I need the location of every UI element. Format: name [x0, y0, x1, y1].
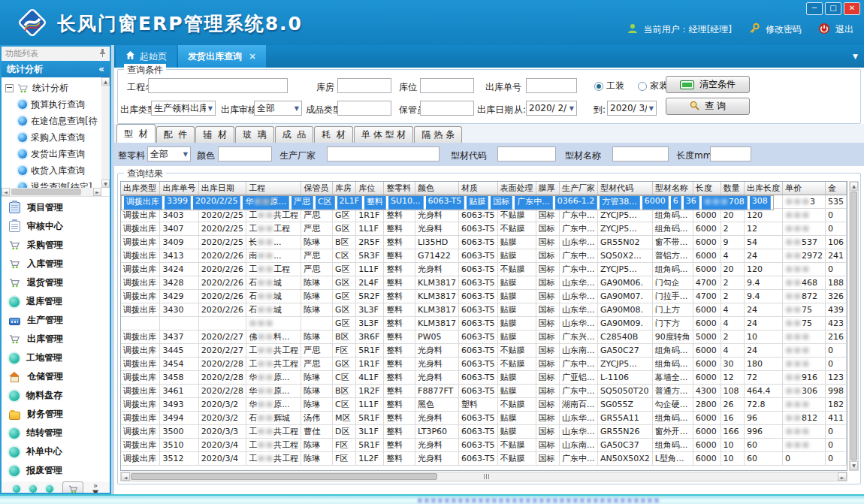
table-row[interactable]: 调拨出库34132020/2/26南〓〓...严思C区5R3F整料G714226…	[121, 249, 847, 263]
tree-item[interactable]: 预算执行查询	[5, 96, 99, 113]
location-input[interactable]	[420, 78, 474, 93]
table-row[interactable]: 调拨出库34942020/3/2石〓〓辉城汤伟M区5R1F整料光身料6063-T…	[121, 412, 847, 425]
column-header[interactable]: 工程	[246, 182, 301, 195]
scroll-up-icon[interactable]: ▲	[850, 182, 858, 191]
scrollbar-thumb[interactable]	[11, 189, 81, 195]
column-header[interactable]: 出库长度	[744, 182, 782, 195]
scroll-down-icon[interactable]: ▼	[101, 180, 110, 188]
sidebar-item-仓储管理[interactable]: 仓储管理	[2, 367, 110, 386]
scroll-down-icon[interactable]: ▼	[850, 461, 858, 470]
tab-发货出库查询[interactable]: 发货出库查询 ×	[178, 45, 266, 68]
column-header[interactable]: 出库单号	[160, 182, 198, 195]
table-row[interactable]: 调拨出库34242020/2/26工〓〓工程严思G区1L1F整料光身料6063-…	[121, 263, 847, 276]
tree-item[interactable]: 收货入库查询	[5, 162, 99, 179]
table-row[interactable]: 调拨出库34092020/2/25长〓〓...陈琳B区2R5F整料LI35HD6…	[121, 236, 847, 249]
profile-name-input[interactable]	[612, 146, 669, 161]
material-tab[interactable]: 配 件	[156, 126, 195, 143]
column-header[interactable]: 保管员	[301, 182, 333, 195]
column-header[interactable]: 型材代码	[598, 182, 653, 195]
pin-icon[interactable]	[99, 49, 106, 59]
clear-conditions-button[interactable]: 清空条件	[666, 76, 750, 93]
sidebar-item-退货管理[interactable]: 退货管理	[2, 273, 110, 292]
footer-dot-icon[interactable]	[46, 485, 53, 493]
column-header[interactable]: 膜厚	[536, 182, 559, 195]
tree-item[interactable]: 在途信息查询[待	[5, 113, 99, 129]
radio-jiazhuang[interactable]: 家装	[638, 80, 668, 92]
sidebar-item-物料盘存[interactable]: 物料盘存	[2, 386, 110, 405]
column-header[interactable]: 生产厂家	[560, 182, 598, 195]
scroll-up-icon[interactable]: ▲	[101, 77, 110, 86]
table-row[interactable]: 调拨出库34452020/2/27工〓〓共工程严思F区5R1F整料光身料6063…	[121, 344, 847, 358]
close-tab-icon[interactable]: ×	[249, 51, 256, 62]
sidebar-item-入库管理[interactable]: 入库管理	[2, 255, 110, 273]
grid-horizontal-scrollbar[interactable]: ◄ ►	[120, 472, 847, 481]
minimize-button[interactable]: ─	[806, 2, 823, 15]
date-to-select[interactable]: 2020/ 3/16▼	[607, 101, 657, 116]
maximize-button[interactable]: □	[825, 2, 841, 15]
table-row[interactable]: 调拨出库34072020/2/25工〓〓工程严思G区1L1F整料光身料6063-…	[121, 222, 847, 236]
scroll-left-icon[interactable]: ◄	[2, 188, 10, 196]
column-header[interactable]: 数量	[721, 182, 744, 195]
collapse-icon[interactable]: «	[98, 64, 104, 74]
length-input[interactable]	[710, 146, 751, 161]
footer-dot-icon[interactable]	[13, 485, 20, 493]
scroll-left-icon[interactable]: ◄	[121, 472, 130, 481]
whole-piece-select[interactable]: 全部▼	[147, 146, 191, 161]
sidebar-item-补单中心[interactable]: 补单中心	[2, 442, 110, 461]
outbound-no-input[interactable]	[526, 78, 577, 93]
radio-gongzhuang[interactable]: 工装	[594, 80, 624, 92]
sidebar-item-采购管理[interactable]: 采购管理	[2, 236, 110, 255]
column-header[interactable]: 长度	[693, 182, 721, 195]
profile-code-input[interactable]	[497, 146, 556, 161]
tree-root-statistics[interactable]: 统计分析	[5, 80, 99, 96]
sidebar-item-项目管理[interactable]: 项目管理	[2, 198, 110, 217]
column-header[interactable]: 材质	[458, 182, 497, 195]
scrollbar-thumb[interactable]	[131, 473, 437, 480]
material-tab[interactable]: 成 品	[275, 126, 314, 143]
table-row[interactable]: 调拨出库35122020/3/4工〓〓共工程陈琳F区1L2F整料光身料6063-…	[121, 452, 847, 466]
color-input[interactable]	[218, 146, 272, 161]
project-name-input[interactable]	[148, 78, 288, 93]
material-tab[interactable]: 隔 热 条	[414, 126, 462, 143]
table-row[interactable]: 调拨出库34542020/2/28工〓〓共工程严思G区1R1F整料光身料6063…	[121, 358, 847, 371]
table-row[interactable]: 调拨出库35102020/3/4工〓〓共工程陈琳F区5R1F整料光身料6063-…	[121, 439, 847, 452]
outbound-audit-select[interactable]: 全部▼	[254, 101, 302, 116]
change-password-link[interactable]: 修改密码	[766, 23, 802, 36]
scroll-right-icon[interactable]: ►	[93, 188, 101, 196]
column-header[interactable]: 出库日期	[198, 182, 246, 195]
column-header[interactable]: 库房	[333, 182, 356, 195]
table-row[interactable]: 调拨出库33992020/2/25华〓〓原...严思C区2L1F整料SU10..…	[121, 195, 774, 210]
tree-expand-icon[interactable]	[5, 84, 14, 92]
footer-dot-icon[interactable]	[29, 485, 37, 493]
warehouse-input[interactable]	[337, 78, 391, 93]
table-row[interactable]: 调拨出库34582020/2/28华〓〓原...陈琳C区4L1F整料光身料606…	[121, 371, 847, 385]
table-row[interactable]: 调拨出库34032020/2/25工〓〓共工程严思G区1R1F整料光身料6063…	[121, 209, 847, 222]
column-header[interactable]: 表面处理	[497, 182, 536, 195]
tab-list-caret-icon[interactable]: ▼	[853, 53, 858, 60]
column-header[interactable]: 整零料	[384, 182, 415, 195]
date-from-select[interactable]: 2020/ 2/16▼	[526, 101, 577, 116]
material-tab[interactable]: 辅 材	[195, 126, 234, 143]
tree-item[interactable]: 发货出库查询	[5, 146, 99, 162]
sidebar-item-结转管理[interactable]: 结转管理	[2, 424, 110, 442]
keeper-input[interactable]	[420, 101, 474, 116]
sidebar-item-生产管理[interactable]: 生产管理	[2, 311, 110, 330]
tree-horizontal-scrollbar[interactable]: ◄ ►	[2, 188, 101, 196]
footer-more-button[interactable]: »▼	[92, 482, 98, 494]
column-header[interactable]: 出库类型	[121, 182, 160, 195]
table-row[interactable]: 调拨出库35002020/3/3工〓〓共工程曹佳D区3L1F整料LT3P6060…	[121, 425, 847, 439]
grid-vertical-scrollbar[interactable]: ▲ ▼	[849, 181, 859, 471]
product-type-input[interactable]	[337, 101, 391, 116]
column-header[interactable]: 库位	[356, 182, 384, 195]
sidebar-item-退库管理[interactable]: 退库管理	[2, 292, 110, 311]
search-button[interactable]: 查 询	[666, 98, 750, 115]
table-row[interactable]: 调拨出库34932020/3/2华〓〓原...陈琳C区1L1F整料黑色塑料不贴膜…	[121, 398, 847, 412]
table-row[interactable]: 调拨出库34372020/2/27佛〓〓料...陈琳B区3R6F整料PW0560…	[121, 330, 847, 344]
table-row[interactable]: 调拨出库34302020/2/26石〓〓城陈琳G区3L3F整料KLM381760…	[121, 303, 847, 317]
footer-cart-button[interactable]	[62, 481, 83, 494]
tree-vertical-scrollbar[interactable]: ▲ ▼	[101, 77, 110, 188]
column-header[interactable]: 金	[825, 182, 846, 195]
sidebar-section-header[interactable]: 统计分析 «	[2, 61, 110, 77]
column-header[interactable]: 颜色	[415, 182, 459, 195]
scroll-right-icon[interactable]: ►	[838, 472, 847, 481]
